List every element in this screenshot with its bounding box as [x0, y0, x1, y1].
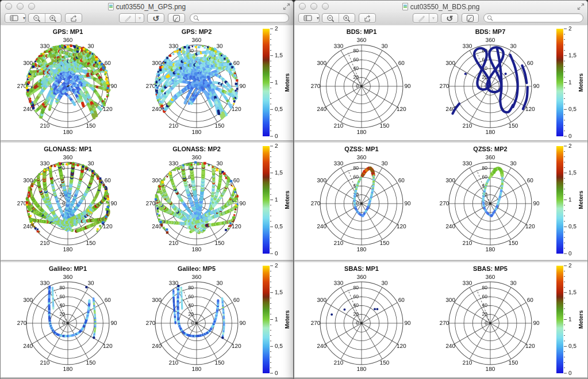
search-input[interactable] [199, 14, 289, 21]
close-button[interactable] [5, 3, 12, 10]
annotate-pencil-button[interactable] [120, 14, 135, 22]
share-icon [363, 14, 372, 22]
skyplot-canvas [1, 143, 293, 260]
search-input[interactable] [493, 14, 583, 21]
window-title: cut03550_M_GPS.png [116, 3, 186, 11]
skyplot-canvas [294, 262, 587, 377]
image-page: SBAS: MP1 SBAS: MP5 [294, 262, 587, 377]
share-button[interactable] [65, 13, 82, 23]
zoom-out-button[interactable] [322, 14, 339, 22]
document-icon [108, 3, 114, 10]
skyplot-canvas [1, 262, 293, 377]
image-page: GPS: MP1 GPS: MP2 [1, 25, 293, 140]
annotate-button-group: ▾ [413, 13, 438, 23]
share-icon [70, 14, 78, 22]
rotate-left-icon: ↺ [152, 14, 159, 22]
image-page: GLONASS: MP1 GLONASS: MP2 [1, 143, 293, 260]
toolbar: ▾ ▾ [294, 13, 587, 25]
plot-title: GLONASS: MP1 [19, 146, 117, 152]
markup-toolbar-button[interactable] [168, 13, 185, 23]
plot-title: GPS: MP2 [148, 28, 245, 35]
annotate-button-group: ▾ [119, 13, 144, 23]
zoom-out-button[interactable] [29, 14, 45, 22]
zoom-button[interactable] [28, 3, 35, 10]
annotate-pencil-button[interactable] [413, 14, 429, 22]
skyplot-canvas [294, 143, 587, 260]
skyplot-canvas [294, 25, 587, 140]
annotate-menu-button[interactable]: ▾ [429, 14, 437, 22]
plot-title: Galileo: MP5 [148, 265, 245, 272]
minimize-button[interactable] [17, 3, 24, 10]
image-scroll-area[interactable]: BDS: MP1 BDS: MP7 QZSS: MP1 QZSS: MP2 SB… [294, 25, 587, 378]
chevron-down-icon: ▾ [432, 16, 435, 21]
skyplot-canvas [1, 25, 293, 140]
pencil-icon [124, 14, 132, 22]
plot-title: SBAS: MP5 [441, 265, 539, 272]
image-page: QZSS: MP1 QZSS: MP2 [294, 143, 587, 260]
markup-icon [172, 14, 180, 22]
plot-title: GPS: MP1 [19, 28, 117, 35]
rotate-left-button[interactable]: ↺ [147, 13, 164, 23]
plot-title: QZSS: MP2 [441, 146, 539, 152]
desktop: cut03550_M_GPS.png ▾ [0, 0, 588, 379]
sidebar-view-icon [299, 14, 317, 22]
plot-title: GLONASS: MP2 [148, 146, 245, 152]
fullscreen-icon[interactable] [577, 3, 585, 10]
search-field[interactable] [190, 13, 289, 22]
zoom-button-group [28, 13, 62, 23]
markup-toolbar-button[interactable] [462, 13, 479, 23]
pencil-icon [417, 14, 425, 22]
image-page: BDS: MP1 BDS: MP7 [294, 25, 587, 140]
rotate-left-button[interactable]: ↺ [441, 13, 458, 23]
view-options-button[interactable]: ▾ [5, 13, 26, 23]
plot-title: BDS: MP1 [313, 28, 410, 35]
image-scroll-area[interactable]: GPS: MP1 GPS: MP2 GLONASS: MP1 GLONASS: … [1, 25, 293, 378]
zoom-button-group [322, 13, 355, 23]
image-page: Galileo: MP1 Galileo: MP5 [1, 262, 293, 377]
search-icon [487, 15, 493, 21]
search-icon [193, 15, 199, 21]
chevron-down-icon: ▾ [139, 16, 141, 21]
share-button[interactable] [359, 13, 376, 23]
title-area: cut03550_M_BDS.png [294, 1, 587, 13]
toolbar: ▾ ▾ [1, 13, 293, 25]
plot-title: BDS: MP7 [441, 28, 539, 35]
search-field[interactable] [483, 13, 583, 22]
view-options-button[interactable]: ▾ [298, 13, 320, 23]
close-button[interactable] [299, 3, 306, 10]
sidebar-view-icon [5, 14, 23, 22]
chevron-down-icon: ▾ [317, 16, 319, 21]
markup-icon [466, 14, 474, 22]
plot-title: QZSS: MP1 [313, 146, 410, 152]
rotate-left-icon: ↺ [446, 14, 453, 22]
title-area: cut03550_M_GPS.png [1, 1, 293, 13]
titlebar: cut03550_M_GPS.png [1, 1, 293, 13]
chevron-down-icon: ▾ [23, 16, 25, 21]
preview-window-bds: cut03550_M_BDS.png ▾ [294, 0, 588, 379]
preview-window-gps: cut03550_M_GPS.png ▾ [0, 0, 294, 379]
plot-title: SBAS: MP1 [313, 265, 410, 272]
zoom-in-button[interactable] [339, 14, 355, 22]
titlebar: cut03550_M_BDS.png [294, 1, 587, 13]
document-icon [402, 3, 408, 10]
traffic-lights [5, 3, 35, 10]
annotate-menu-button[interactable]: ▾ [136, 14, 144, 22]
traffic-lights [299, 3, 329, 10]
zoom-button[interactable] [322, 3, 329, 10]
minimize-button[interactable] [310, 3, 317, 10]
zoom-in-button[interactable] [45, 14, 62, 22]
window-title: cut03550_M_BDS.png [410, 3, 480, 11]
plot-title: Galileo: MP1 [19, 265, 117, 272]
fullscreen-icon[interactable] [283, 3, 290, 10]
